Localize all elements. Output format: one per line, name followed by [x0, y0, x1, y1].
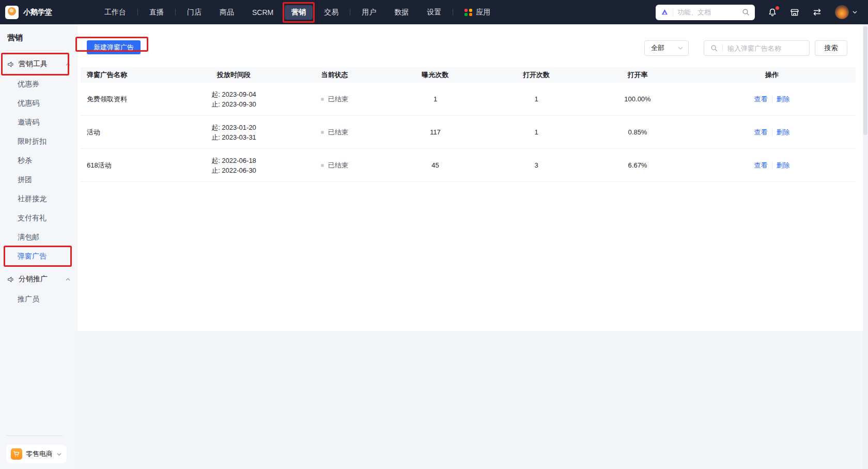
column-header: 打开次数: [486, 70, 587, 80]
status-label: 已结束: [328, 95, 348, 104]
status-label: 已结束: [328, 128, 348, 137]
period-cell: 起: 2022-06-18止: 2022-06-30: [183, 156, 284, 175]
sidebar-group-header[interactable]: 营销工具: [0, 54, 78, 74]
delete-link[interactable]: 删除: [777, 95, 790, 104]
status-cell: 已结束: [284, 95, 385, 104]
period-range: 起: 2023-09-04止: 2023-09-30: [211, 89, 256, 109]
store-icon[interactable]: [790, 8, 799, 17]
sidebar-item[interactable]: 优惠券: [0, 74, 78, 94]
nav-item[interactable]: 用户: [355, 5, 383, 20]
ad-name-search-input[interactable]: [727, 44, 805, 52]
view-link[interactable]: 查看: [754, 161, 768, 170]
sidebar-item-label: 优惠券: [18, 80, 39, 89]
status-dot: [321, 131, 324, 134]
sidebar-item[interactable]: 邀请码: [0, 113, 78, 132]
nav-separator: [350, 9, 350, 16]
exposure-count-cell: 45: [385, 161, 486, 169]
sidebar-item-label: 限时折扣: [18, 137, 47, 146]
navbar-right: [656, 5, 868, 20]
nav-item[interactable]: 工作台: [98, 5, 133, 20]
period-cell: 起: 2023-01-20止: 2023-03-31: [183, 123, 284, 142]
toolbar-right: 全部 搜索: [644, 40, 847, 56]
actions-cell: 查看删除: [688, 161, 856, 170]
nav-item[interactable]: 营销: [285, 5, 313, 20]
scrollbar[interactable]: [863, 24, 868, 469]
column-header: 曝光次数: [385, 70, 486, 80]
create-popup-ad-button[interactable]: 新建弹窗广告: [87, 40, 141, 54]
nav-menu: 工作台直播门店商品SCRM营销交易用户数据设置应用: [98, 5, 497, 20]
action-separator: [772, 96, 772, 102]
sidebar-item[interactable]: 满包邮: [0, 228, 78, 247]
sidebar-item[interactable]: 优惠码: [0, 94, 78, 113]
status-dot: [321, 164, 324, 167]
period-range: 起: 2023-01-20止: 2023-03-31: [211, 123, 256, 142]
nav-item[interactable]: 设置: [420, 5, 448, 20]
content-card: 新建弹窗广告 全部 搜索 弹窗广告名称投放时间段当前状态曝光次: [78, 24, 868, 331]
sidebar-item[interactable]: 拼团: [0, 170, 78, 189]
notification-badge: [776, 6, 779, 10]
sidebar-bottom-divider: [6, 435, 63, 436]
table-row: 活动起: 2023-01-20止: 2023-03-31已结束11710.85%…: [81, 116, 856, 149]
view-link[interactable]: 查看: [754, 128, 768, 137]
nav-item[interactable]: 商品: [213, 5, 241, 20]
period-end: 止: 2023-09-30: [211, 99, 256, 109]
megaphone-icon: [7, 276, 15, 283]
toolbar: 新建弹窗广告 全部 搜索: [78, 24, 868, 56]
sidebar-item-label: 社群接龙: [18, 194, 47, 204]
column-header: 弹窗广告名称: [81, 70, 183, 80]
nav-item[interactable]: SCRM: [245, 6, 280, 19]
sidebar-group-header[interactable]: 分销推广: [0, 269, 78, 290]
search-icon: [710, 44, 718, 52]
delete-link[interactable]: 删除: [777, 161, 790, 170]
status-cell: 已结束: [284, 161, 385, 170]
sidebar-item[interactable]: 秒杀: [0, 151, 78, 170]
brand-logo-icon: [5, 6, 19, 19]
ad-name-cell: 免费领取资料: [81, 95, 183, 104]
brand: 小鹅学堂: [5, 6, 52, 19]
search-button[interactable]: 搜索: [815, 40, 847, 56]
delete-link[interactable]: 删除: [777, 128, 790, 137]
period-range: 起: 2022-06-18止: 2022-06-30: [211, 156, 256, 175]
nav-item[interactable]: 应用: [458, 5, 497, 20]
view-link[interactable]: 查看: [754, 95, 768, 104]
sidebar-item[interactable]: 推广员: [0, 290, 78, 309]
chevron-up-icon: [65, 62, 71, 67]
sidebar-item[interactable]: 社群接龙: [0, 189, 78, 208]
sidebar-item-label: 邀请码: [18, 118, 39, 127]
swap-icon[interactable]: [812, 7, 822, 17]
status-label: 已结束: [328, 161, 348, 170]
global-search-box[interactable]: [656, 5, 755, 20]
column-header: 当前状态: [284, 70, 385, 80]
store-switcher[interactable]: 零售电商: [6, 445, 67, 463]
nav-item-label: 直播: [149, 8, 164, 17]
sidebar-item[interactable]: 限时折扣: [0, 132, 78, 151]
sidebar-item-label: 满包邮: [18, 233, 39, 242]
sidebar: 营销 营销工具优惠券优惠码邀请码限时折扣秒杀拼团社群接龙支付有礼满包邮弹窗广告分…: [0, 24, 78, 469]
sidebar-group-label: 分销推广: [19, 275, 48, 284]
sidebar-divider: [6, 50, 63, 51]
nav-item[interactable]: 直播: [143, 5, 171, 20]
avatar[interactable]: [835, 5, 849, 19]
nav-item[interactable]: 交易: [317, 5, 345, 20]
cart-icon: [11, 448, 22, 460]
exposure-count-cell: 117: [385, 128, 486, 136]
sidebar-item[interactable]: 弹窗广告: [0, 247, 78, 266]
nav-separator: [453, 9, 453, 16]
popup-ads-table: 弹窗广告名称投放时间段当前状态曝光次数打开次数打开率操作 免费领取资料起: 20…: [81, 67, 856, 182]
chevron-down-icon: [852, 9, 858, 15]
status-filter-select[interactable]: 全部: [644, 40, 689, 56]
nav-item[interactable]: 数据: [388, 5, 415, 20]
global-search-input[interactable]: [677, 8, 738, 16]
ad-name-search-box[interactable]: [704, 40, 810, 56]
user-menu[interactable]: [835, 5, 858, 19]
scrollbar-thumb[interactable]: [863, 26, 867, 135]
nav-item[interactable]: 门店: [180, 5, 208, 20]
sidebar-item-label: 秒杀: [18, 156, 32, 165]
search-icon[interactable]: [742, 8, 750, 16]
exposure-count-cell: 1: [385, 95, 486, 103]
actions-cell: 查看删除: [688, 95, 856, 104]
table-header-row: 弹窗广告名称投放时间段当前状态曝光次数打开次数打开率操作: [81, 67, 856, 83]
sidebar-item[interactable]: 支付有礼: [0, 208, 78, 228]
column-header: 操作: [688, 70, 856, 80]
notifications-button[interactable]: [768, 8, 777, 17]
